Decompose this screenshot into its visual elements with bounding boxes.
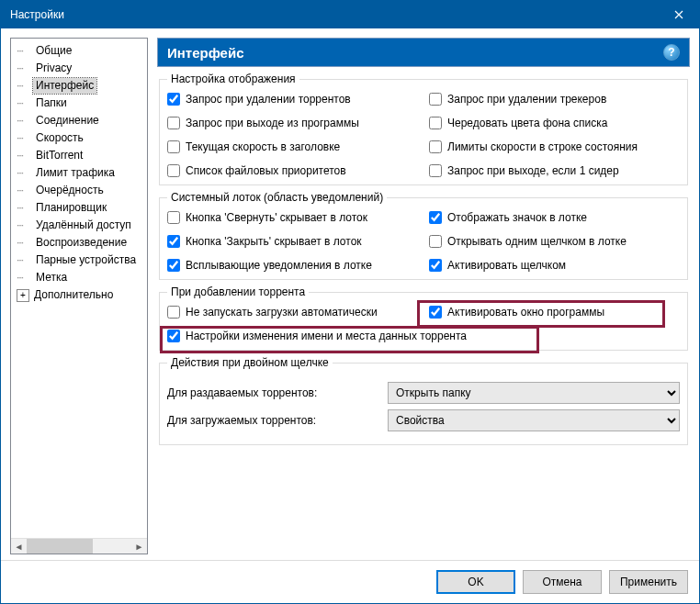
chk-confirm-delete-torrents[interactable]: Запрос при удалении торрентов <box>167 93 429 106</box>
category-tree[interactable]: ····Общие ····Privacy ····Интерфейс ····… <box>11 39 147 538</box>
chk-limits-in-statusbar[interactable]: Лимиты скорости в строке состояния <box>429 140 680 153</box>
group-dblclick-legend: Действия при двойном щелчке <box>167 356 333 369</box>
select-seeding-action[interactable]: Открыть папку <box>388 382 680 404</box>
chk-activate-window[interactable]: Активировать окно программы <box>429 306 680 319</box>
sidebar-item-paired[interactable]: ····Парные устройства <box>13 252 147 269</box>
chk-single-click-tray[interactable]: Открывать одним щелчком в лотке <box>429 235 680 248</box>
apply-button[interactable]: Применить <box>609 570 688 594</box>
chk-tray-balloons[interactable]: Всплывающие уведомления в лотке <box>167 259 429 272</box>
ok-button[interactable]: OK <box>436 570 515 594</box>
sidebar-hscrollbar[interactable]: ◄ ► <box>11 538 147 554</box>
group-display: Настройка отображения Запрос при удалени… <box>159 73 688 185</box>
group-add-legend: При добавлении торрента <box>167 285 309 298</box>
sidebar-item-folders[interactable]: ····Папки <box>13 95 147 112</box>
sidebar-item-queue[interactable]: ····Очерёдность <box>13 182 147 199</box>
sidebar-item-advanced[interactable]: +Дополнительно <box>13 286 147 304</box>
dialog-footer: OK Отмена Применить <box>1 560 699 603</box>
label-seeding-action: Для раздаваемых торрентов: <box>167 386 380 399</box>
scroll-left-icon[interactable]: ◄ <box>11 539 27 554</box>
sidebar-item-privacy[interactable]: ····Privacy <box>13 60 147 77</box>
cancel-button[interactable]: Отмена <box>523 570 602 594</box>
chk-speed-in-title[interactable]: Текущая скорость в заголовке <box>167 140 429 153</box>
sidebar: ····Общие ····Privacy ····Интерфейс ····… <box>10 38 148 554</box>
window-title: Настройки <box>10 8 64 21</box>
chk-activate-on-click[interactable]: Активировать щелчком <box>429 259 680 272</box>
panel-title: Интерфейс <box>167 45 244 61</box>
close-icon <box>674 10 683 19</box>
settings-window: Настройки ····Общие ····Privacy ····Инте… <box>0 0 700 604</box>
group-display-legend: Настройка отображения <box>167 73 299 85</box>
group-add-torrent: При добавлении торрента Не запускать заг… <box>159 285 688 351</box>
scroll-track[interactable] <box>27 539 131 554</box>
chk-close-to-tray[interactable]: Кнопка 'Закрыть' скрывает в лоток <box>167 235 429 248</box>
chk-confirm-delete-trackers[interactable]: Запрос при удалении трекеров <box>429 93 680 106</box>
titlebar: Настройки <box>1 1 699 28</box>
group-tray: Системный лоток (область уведомлений) Кн… <box>159 191 688 280</box>
sidebar-item-label[interactable]: ····Метка <box>13 269 147 286</box>
chk-file-priority-list[interactable]: Список файловых приоритетов <box>167 164 429 177</box>
sidebar-item-remote[interactable]: ····Удалённый доступ <box>13 217 147 234</box>
group-tray-legend: Системный лоток (область уведомлений) <box>167 191 387 204</box>
sidebar-item-playback[interactable]: ····Воспроизведение <box>13 234 147 252</box>
sidebar-item-scheduler[interactable]: ····Планировщик <box>13 199 147 217</box>
scroll-thumb[interactable] <box>27 539 93 554</box>
select-downloading-action[interactable]: Свойства <box>388 409 680 431</box>
sidebar-item-general[interactable]: ····Общие <box>13 42 147 60</box>
close-button[interactable] <box>658 1 699 28</box>
chk-confirm-exit-seeder[interactable]: Запрос при выходе, если 1 сидер <box>429 164 680 177</box>
chk-show-rename-dialog[interactable]: Настройки изменения имени и места данных… <box>167 330 680 342</box>
chk-dont-start-auto[interactable]: Не запускать загрузки автоматически <box>167 306 429 319</box>
scroll-right-icon[interactable]: ► <box>131 539 147 554</box>
chk-minimize-to-tray[interactable]: Кнопка 'Свернуть' скрывает в лоток <box>167 211 429 224</box>
sidebar-item-speed[interactable]: ····Скорость <box>13 129 147 147</box>
chk-alternate-row-colors[interactable]: Чередовать цвета фона списка <box>429 117 680 129</box>
panel-header: Интерфейс ? <box>157 38 690 67</box>
sidebar-item-traffic-limit[interactable]: ····Лимит трафика <box>13 164 147 182</box>
sidebar-item-interface[interactable]: ····Интерфейс <box>13 77 147 95</box>
chk-show-tray-icon[interactable]: Отображать значок в лотке <box>429 211 680 224</box>
expand-icon[interactable]: + <box>17 289 29 302</box>
label-downloading-action: Для загружаемых торрентов: <box>167 414 380 427</box>
sidebar-item-connection[interactable]: ····Соединение <box>13 112 147 129</box>
group-doubleclick: Действия при двойном щелчке Для раздавае… <box>159 356 688 445</box>
help-icon[interactable]: ? <box>663 44 680 61</box>
main-panel: Интерфейс ? Настройка отображения Запрос… <box>157 38 690 554</box>
sidebar-item-bittorrent[interactable]: ····BitTorrent <box>13 147 147 164</box>
chk-confirm-exit[interactable]: Запрос при выходе из программы <box>167 117 429 129</box>
